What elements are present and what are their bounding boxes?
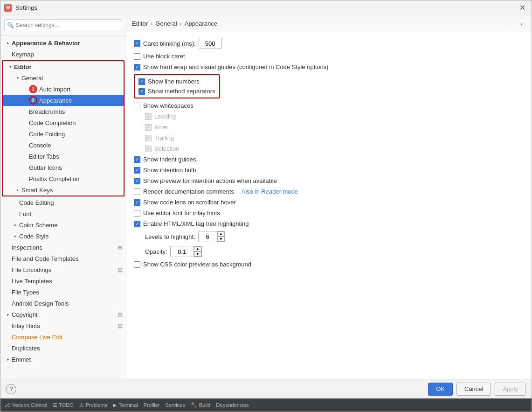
search-input[interactable] [4,19,122,31]
sidebar-item-code-completion[interactable]: Code Completion [3,117,124,128]
show-method-separators-label: Show method separators [148,88,215,95]
levels-row: Levels to highlight: ▲ ▼ [145,231,524,242]
back-button[interactable]: ← [502,18,513,29]
sidebar-item-file-code-templates[interactable]: File and Code Templates [0,253,126,264]
sidebar-item-live-templates[interactable]: Live Templates [0,275,126,286]
nav-buttons: ← → [502,18,526,29]
sidebar-item-appearance-behavior[interactable]: Appearance & Behavior [0,37,126,49]
opacity-input[interactable] [170,246,193,257]
show-preview-intention-label: Show preview for intention actions when … [143,177,277,184]
forward-button[interactable]: → [515,18,526,29]
caret-blinking-checkbox[interactable] [134,40,140,47]
sidebar-item-breadcrumbs[interactable]: Breadcrumbs [3,106,124,117]
show-preview-intention-row: Show preview for intention actions when … [134,177,524,184]
show-css-color-checkbox[interactable] [134,261,140,268]
reader-mode-link[interactable]: Also in Reader mode [242,188,298,195]
show-method-separators-checkbox[interactable] [138,88,145,95]
sidebar-item-editor-tabs[interactable]: Editor Tabs [3,151,124,162]
sidebar-item-file-types[interactable]: File Types [0,286,126,298]
search-icon: 🔍 [7,22,14,28]
spacer [21,85,29,93]
show-hard-wrap-checkbox[interactable] [134,64,140,70]
sidebar-item-duplicates[interactable]: Duplicates [0,342,126,354]
selection-checkbox[interactable] [145,146,152,152]
opacity-label: Opacity: [145,248,167,255]
status-problems[interactable]: ⚠ Problems [79,402,107,408]
status-version-control[interactable]: ⎇ Version Control [4,402,47,408]
status-dependencies[interactable]: Dependencies [216,402,249,408]
sidebar-label-inspections: Inspections [12,244,42,251]
show-hard-wrap-label: Show hard wrap and visual guides (config… [143,63,328,70]
status-bar: ⎇ Version Control ☰ TODO ⚠ Problems ▶ Te… [0,398,532,412]
apply-button[interactable]: Apply [495,383,526,396]
copyright-extra-icon: ▤ [117,312,122,318]
sidebar-item-general[interactable]: General [3,72,124,84]
sidebar-item-smart-keys[interactable]: Smart Keys [3,184,124,196]
sidebar-tree: Appearance & Behavior Keymap Editor [0,35,126,379]
render-doc-checkbox[interactable] [134,189,140,195]
levels-down-button[interactable]: ▼ [217,237,225,242]
sidebar-item-emmet[interactable]: Emmet [0,354,126,365]
spacer [4,277,12,285]
sidebar-item-inlay-hints[interactable]: Inlay Hints ▤ [0,320,126,331]
sidebar-item-color-scheme[interactable]: Color Scheme [0,219,126,230]
enable-html-xml-checkbox[interactable] [134,221,140,227]
sidebar-item-postfix-completion[interactable]: Postfix Completion [3,173,124,184]
status-profiler[interactable]: Profiler [144,402,160,408]
editor-section-border: Editor General 1 Auto Import [2,60,124,196]
show-intention-bulb-checkbox[interactable] [134,167,140,174]
status-terminal[interactable]: ▶ Terminal [113,402,138,408]
render-doc-label: Render documentation comments [143,188,234,195]
use-editor-font-checkbox[interactable] [134,210,140,216]
sidebar-item-code-editing[interactable]: Code Editing [0,197,126,208]
status-todo[interactable]: ☰ TODO [53,402,73,408]
sidebar-item-code-style[interactable]: Code Style [0,230,126,242]
show-whitespaces-label: Show whitespaces [143,102,193,109]
caret-blinking-input[interactable] [199,38,222,49]
sidebar-item-appearance[interactable]: 2 Appearance [3,95,124,106]
spacer [4,266,12,273]
status-services[interactable]: Services [166,402,185,408]
panel-header: Editor › General › Appearance ← → [126,15,532,32]
status-build[interactable]: 🔨 Build [191,402,210,408]
help-button[interactable]: ? [6,384,16,394]
inner-checkbox[interactable] [145,124,152,131]
sidebar-item-gutter-icons[interactable]: Gutter Icons [3,162,124,173]
sidebar-item-compose-live-edit[interactable]: Compose Live Edit [0,331,126,342]
sidebar-label-console: Console [29,142,51,149]
sidebar-label-compose-live-edit: Compose Live Edit [12,334,62,341]
show-whitespaces-checkbox[interactable] [134,103,140,109]
show-preview-intention-checkbox[interactable] [134,178,140,184]
trailing-checkbox[interactable] [145,135,152,141]
version-control-icon: ⎇ [4,402,10,408]
opacity-up-button[interactable]: ▲ [194,246,201,251]
show-indent-guides-checkbox[interactable] [134,156,140,163]
levels-input[interactable] [198,231,217,242]
levels-up-button[interactable]: ▲ [217,231,225,237]
selection-label: Selection [154,145,179,152]
trailing-label: Trailing [154,134,174,141]
sidebar-label-file-encodings: File Encodings [12,266,51,273]
sidebar-item-copyright[interactable]: Copyright ▤ [0,309,126,320]
show-line-numbers-checkbox[interactable] [138,78,145,85]
cancel-button[interactable]: Cancel [456,383,491,396]
sidebar-item-inspections[interactable]: Inspections ▤ [0,242,126,253]
close-button[interactable]: ✕ [517,2,528,14]
badge-2: 2 [29,96,37,105]
sidebar-item-auto-import[interactable]: 1 Auto Import [3,84,124,95]
sidebar-item-android-design-tools[interactable]: Android Design Tools [0,298,126,309]
opacity-down-button[interactable]: ▼ [194,251,201,257]
sidebar-item-code-folding[interactable]: Code Folding [3,128,124,140]
enable-html-xml-label: Enable HTML/XML tag tree highlighting [143,220,249,227]
show-code-lens-checkbox[interactable] [134,199,140,206]
sidebar-item-keymap[interactable]: Keymap [0,49,126,60]
leading-checkbox[interactable] [145,113,152,120]
sidebar-item-editor[interactable]: Editor [3,61,124,72]
dependencies-label: Dependencies [216,402,249,408]
sidebar-item-font[interactable]: Font [0,208,126,219]
sidebar-item-file-encodings[interactable]: File Encodings ▤ [0,264,126,275]
sidebar-item-console[interactable]: Console [3,140,124,151]
use-block-caret-checkbox[interactable] [134,53,140,60]
leading-label: Leading [154,113,176,120]
ok-button[interactable]: OK [428,383,453,396]
